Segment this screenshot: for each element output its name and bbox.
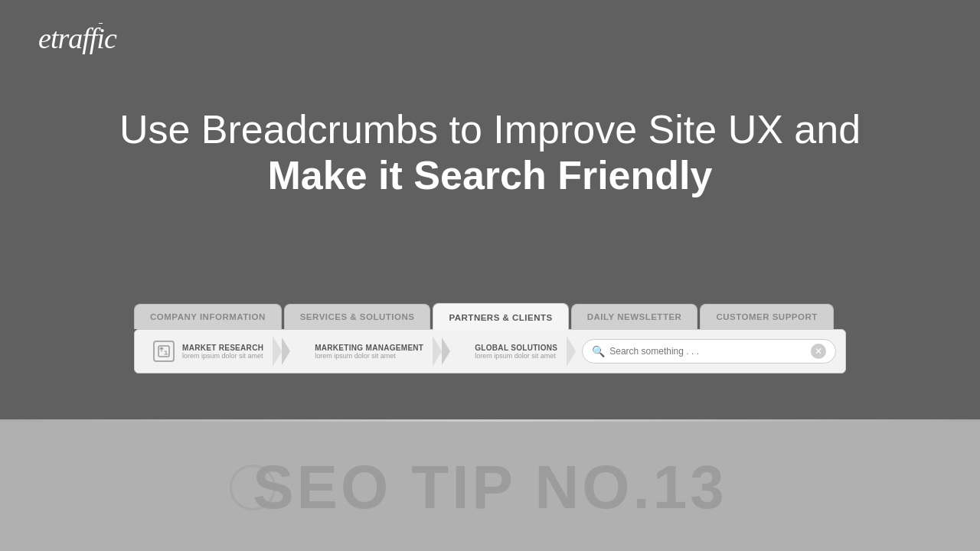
breadcrumb-icon-market (153, 341, 175, 362)
nav-area: COMPANY INFORMATION SERVICES & SOLUTIONS… (134, 303, 846, 373)
logo-traffic-text: traffic (51, 22, 116, 54)
breadcrumb-arrow-2 (442, 337, 450, 365)
tab-newsletter[interactable]: DAILY NEWSLETTER (571, 304, 698, 329)
page-wrapper: etraffic Use Breadcrumbs to Improve Site… (0, 0, 980, 551)
bottom-section: SEO TIP NO.13 (0, 422, 980, 551)
search-clear-button[interactable]: ✕ (811, 344, 826, 359)
headline-line1: Use Breadcrumbs to Improve Site UX and (0, 107, 980, 153)
breadcrumb-text-market: MARKET RESEARCH lorem ipsum dolor sit am… (182, 344, 263, 360)
breadcrumb-item-global[interactable]: GLOBAL SOLUTIONS lorem ipsum dolor sit a… (456, 339, 570, 364)
logo-e-letter: e (38, 22, 51, 54)
breadcrumb-title-marketing: MARKETING MANAGEMENT (315, 344, 423, 352)
breadcrumb-item-marketing[interactable]: MARKETING MANAGEMENT lorem ipsum dolor s… (296, 339, 436, 364)
headline-block: Use Breadcrumbs to Improve Site UX and M… (0, 107, 980, 199)
breadcrumb-arrow-1 (282, 337, 290, 365)
breadcrumb-title-market: MARKET RESEARCH (182, 344, 263, 352)
breadcrumb-text-global: GLOBAL SOLUTIONS lorem ipsum dolor sit a… (475, 344, 557, 360)
breadcrumb-item-market[interactable]: MARKET RESEARCH lorem ipsum dolor sit am… (144, 336, 276, 367)
search-icon: 🔍 (592, 345, 605, 357)
svg-rect-0 (158, 346, 169, 357)
tab-bar: COMPANY INFORMATION SERVICES & SOLUTIONS… (134, 303, 846, 329)
headline-line2: Make it Search Friendly (0, 153, 980, 199)
logo-text: etraffic (38, 22, 116, 54)
breadcrumb-text-marketing: MARKETING MANAGEMENT lorem ipsum dolor s… (315, 344, 423, 360)
tab-company[interactable]: COMPANY INFORMATION (134, 304, 282, 329)
search-input[interactable] (609, 346, 811, 357)
top-section: etraffic Use Breadcrumbs to Improve Site… (0, 0, 980, 419)
breadcrumb-bar: MARKET RESEARCH lorem ipsum dolor sit am… (134, 329, 846, 373)
breadcrumb-title-global: GLOBAL SOLUTIONS (475, 344, 557, 352)
search-box: 🔍 ✕ (582, 339, 836, 364)
breadcrumb-sub-global: lorem ipsum dolor sit amet (475, 352, 557, 360)
logo: etraffic (38, 21, 116, 55)
tab-services[interactable]: SERVICES & SOLUTIONS (284, 304, 431, 329)
breadcrumb-sub-market: lorem ipsum dolor sit amet (182, 352, 263, 360)
tab-partners[interactable]: PARTNERS & CLIENTS (433, 303, 568, 330)
tab-support[interactable]: CUSTOMER SUPPORT (700, 304, 833, 329)
seo-tip-text: SEO TIP NO.13 (253, 452, 727, 523)
breadcrumb-sub-marketing: lorem ipsum dolor sit amet (315, 352, 423, 360)
